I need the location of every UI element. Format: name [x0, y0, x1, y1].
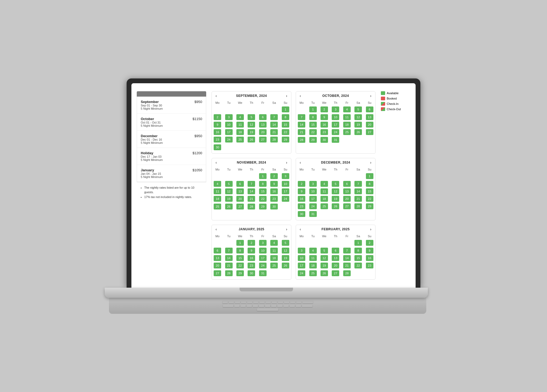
calendar-day[interactable]: 1 — [235, 239, 246, 247]
calendar-day[interactable]: 1 — [364, 172, 375, 180]
calendar-day[interactable]: 27 — [235, 203, 246, 211]
calendar-day[interactable]: 7 — [296, 113, 307, 121]
calendar-day[interactable]: 18 — [341, 121, 353, 128]
calendar-day[interactable]: 2 — [296, 180, 307, 188]
calendar-day[interactable]: 19 — [319, 262, 330, 269]
calendar-day[interactable]: 26 — [246, 136, 257, 143]
calendar-day[interactable]: 2 — [246, 239, 257, 247]
calendar-day[interactable]: 8 — [257, 180, 268, 188]
calendar-day[interactable]: 19 — [280, 254, 291, 262]
calendar-day[interactable]: 27 — [364, 128, 375, 136]
calendar-day[interactable]: 18 — [307, 262, 318, 269]
calendar-day[interactable]: 7 — [353, 180, 364, 188]
calendar-day[interactable]: 24 — [223, 136, 234, 143]
calendar-day[interactable]: 8 — [307, 113, 318, 121]
calendar-day[interactable]: 22 — [364, 195, 375, 203]
calendar-day[interactable]: 15 — [364, 188, 375, 195]
calendar-day[interactable]: 29 — [307, 136, 318, 144]
calendar-day[interactable]: 21 — [341, 262, 353, 269]
calendar-day[interactable]: 25 — [212, 203, 223, 211]
calendar-day[interactable]: 21 — [246, 195, 257, 203]
calendar-day[interactable]: 29 — [257, 203, 268, 211]
calendar-day[interactable]: 11 — [341, 113, 353, 121]
calendar-day[interactable]: 5 — [223, 180, 234, 188]
calendar-day[interactable]: 9 — [268, 180, 280, 188]
prev-month-button[interactable]: ‹ — [300, 227, 301, 231]
calendar-day[interactable]: 6 — [341, 180, 353, 188]
calendar-day[interactable]: 23 — [212, 136, 223, 143]
calendar-day[interactable]: 27 — [257, 136, 268, 143]
calendar-day[interactable]: 9 — [212, 121, 223, 128]
calendar-day[interactable]: 19 — [246, 128, 257, 136]
calendar-day[interactable]: 29 — [364, 203, 375, 210]
calendar-day[interactable]: 19 — [223, 195, 234, 203]
calendar-day[interactable]: 1 — [307, 105, 318, 113]
calendar-day[interactable]: 24 — [330, 128, 341, 136]
calendar-day[interactable]: 17 — [307, 195, 318, 203]
calendar-day[interactable]: 30 — [268, 203, 280, 211]
calendar-day[interactable]: 17 — [296, 262, 307, 269]
calendar-day[interactable]: 4 — [341, 105, 353, 113]
calendar-day[interactable]: 1 — [353, 239, 364, 247]
calendar-day[interactable]: 16 — [364, 254, 375, 262]
calendar-day[interactable]: 13 — [257, 121, 268, 128]
calendar-day[interactable]: 22 — [257, 195, 268, 203]
calendar-day[interactable]: 15 — [353, 254, 364, 262]
calendar-day[interactable]: 31 — [330, 136, 341, 144]
calendar-day[interactable]: 22 — [235, 262, 246, 269]
calendar-day[interactable]: 9 — [296, 188, 307, 195]
calendar-day[interactable]: 14 — [223, 254, 234, 262]
calendar-day[interactable]: 13 — [341, 188, 353, 195]
calendar-day[interactable]: 2 — [268, 172, 280, 180]
calendar-day[interactable]: 14 — [268, 121, 280, 128]
calendar-day[interactable]: 15 — [235, 254, 246, 262]
calendar-day[interactable]: 3 — [223, 113, 234, 121]
calendar-day[interactable]: 10 — [280, 180, 291, 188]
calendar-day[interactable]: 23 — [296, 203, 307, 210]
calendar-day[interactable]: 23 — [246, 262, 257, 269]
calendar-day[interactable]: 18 — [319, 195, 330, 203]
calendar-day[interactable]: 28 — [353, 203, 364, 210]
calendar-day[interactable]: 9 — [319, 113, 330, 121]
calendar-day[interactable]: 28 — [296, 136, 307, 144]
calendar-day[interactable]: 17 — [257, 254, 268, 262]
calendar-day[interactable]: 10 — [307, 188, 318, 195]
next-month-button[interactable]: › — [286, 227, 287, 231]
calendar-day[interactable]: 7 — [246, 180, 257, 188]
calendar-day[interactable]: 13 — [212, 254, 223, 262]
calendar-day[interactable]: 23 — [319, 128, 330, 136]
next-month-button[interactable]: › — [370, 227, 372, 231]
calendar-day[interactable]: 4 — [212, 180, 223, 188]
calendar-day[interactable]: 6 — [330, 247, 341, 254]
calendar-day[interactable]: 16 — [212, 128, 223, 136]
calendar-day[interactable]: 1 — [257, 172, 268, 180]
calendar-day[interactable]: 20 — [235, 195, 246, 203]
calendar-day[interactable]: 5 — [353, 105, 364, 113]
next-month-button[interactable]: › — [370, 94, 372, 98]
calendar-day[interactable]: 23 — [268, 195, 280, 203]
calendar-day[interactable]: 14 — [353, 188, 364, 195]
calendar-day[interactable]: 21 — [353, 195, 364, 203]
calendar-day[interactable]: 10 — [257, 247, 268, 254]
next-month-button[interactable]: › — [286, 160, 287, 165]
next-month-button[interactable]: › — [286, 94, 287, 98]
calendar-day[interactable]: 23 — [364, 262, 375, 269]
calendar-day[interactable]: 3 — [330, 105, 341, 113]
calendar-day[interactable]: 30 — [246, 269, 257, 277]
calendar-day[interactable]: 7 — [223, 247, 234, 254]
calendar-day[interactable]: 2 — [364, 239, 375, 247]
calendar-day[interactable]: 4 — [268, 239, 280, 247]
calendar-day[interactable]: 14 — [341, 254, 353, 262]
calendar-day[interactable]: 6 — [235, 180, 246, 188]
calendar-day[interactable]: 24 — [257, 262, 268, 269]
calendar-day[interactable]: 8 — [280, 113, 291, 121]
calendar-day[interactable]: 4 — [307, 247, 318, 254]
calendar-day[interactable]: 3 — [296, 247, 307, 254]
calendar-day[interactable]: 5 — [280, 239, 291, 247]
calendar-day[interactable]: 11 — [268, 247, 280, 254]
calendar-day[interactable]: 15 — [307, 121, 318, 128]
calendar-day[interactable]: 17 — [330, 121, 341, 128]
calendar-day[interactable]: 27 — [341, 203, 353, 210]
calendar-day[interactable]: 28 — [268, 136, 280, 143]
calendar-day[interactable]: 16 — [319, 121, 330, 128]
